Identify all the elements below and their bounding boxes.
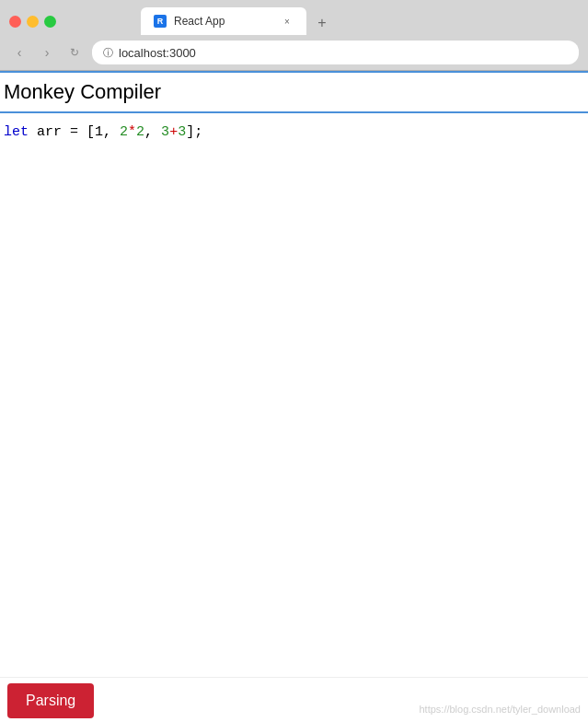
parsing-button[interactable]: Parsing [7, 683, 94, 718]
title-bar: R React App × + [0, 0, 588, 35]
code-text: arr = [1, [29, 122, 120, 142]
back-button[interactable]: ‹ [9, 42, 29, 63]
code-num1: 2 [120, 122, 128, 142]
code-num2: 2 [136, 122, 144, 142]
address-bar: ‹ › ↻ ⓘ localhost:3000 [0, 35, 588, 70]
tab-close-button[interactable]: × [281, 15, 294, 28]
page-content: Monkey Compiler let arr = [1, 2 * 2 , 3 … [0, 71, 588, 722]
code-num3: 3 [161, 122, 169, 142]
keyword-let: let [4, 122, 29, 142]
lock-icon: ⓘ [103, 46, 113, 60]
code-area[interactable]: let arr = [1, 2 * 2 , 3 + 3 ]; [0, 113, 588, 677]
window-controls [9, 16, 56, 28]
code-line: let arr = [1, 2 * 2 , 3 + 3 ]; [4, 122, 584, 142]
close-button[interactable] [9, 16, 21, 28]
tab-favicon: R [154, 15, 167, 28]
minimize-button[interactable] [27, 16, 39, 28]
refresh-button[interactable]: ↻ [64, 42, 85, 63]
browser-tab[interactable]: R React App × [141, 7, 306, 35]
maximize-button[interactable] [44, 16, 56, 28]
code-op1: * [128, 122, 136, 142]
tab-label: React App [174, 15, 273, 28]
watermark: https://blog.csdn.net/tyler_download [419, 704, 581, 715]
code-comma: , [144, 122, 161, 142]
code-op2: + [169, 122, 178, 142]
code-end: ]; [186, 122, 202, 142]
new-tab-button[interactable]: + [310, 11, 334, 35]
forward-button[interactable]: › [37, 42, 57, 63]
url-text: localhost:3000 [119, 46, 196, 60]
app-title: Monkey Compiler [0, 73, 588, 113]
browser-chrome: R React App × + ‹ › ↻ ⓘ localhost:3000 [0, 0, 588, 71]
tab-bar: R React App × + [86, 7, 389, 35]
bottom-bar: Parsing [0, 677, 588, 722]
code-num4: 3 [178, 122, 186, 142]
url-bar[interactable]: ⓘ localhost:3000 [92, 41, 579, 64]
